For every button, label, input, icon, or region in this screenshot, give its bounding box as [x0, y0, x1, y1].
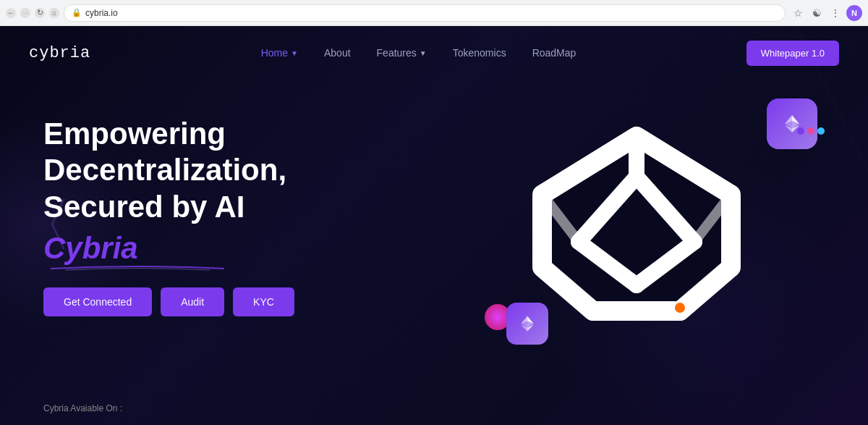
- extensions-button[interactable]: ☯: [809, 5, 825, 21]
- home-arrow-icon: ▼: [291, 49, 298, 57]
- nav-roadmap[interactable]: RoadMap: [532, 47, 576, 59]
- audit-button[interactable]: Audit: [161, 287, 224, 316]
- hero-underline: Cybria: [43, 231, 294, 266]
- url-text: cybria.io: [85, 8, 118, 18]
- hero-title: Empowering Decentralization, Secured by …: [43, 116, 294, 225]
- home-button[interactable]: ⌂: [49, 8, 59, 18]
- hero-section: Empowering Decentralization, Secured by …: [0, 80, 868, 316]
- whitepaper-button[interactable]: Whitepaper 1.0: [746, 41, 839, 66]
- profile-button[interactable]: N: [846, 5, 862, 21]
- browser-actions: ☆ ☯ ⋮ N: [790, 5, 862, 21]
- address-bar[interactable]: 🔒 cybria.io: [64, 4, 786, 22]
- website-content: 〈 cybria Home ▼ About Features ▼: [0, 26, 868, 425]
- bookmark-button[interactable]: ☆: [790, 5, 806, 21]
- site-logo[interactable]: cybria: [29, 44, 90, 62]
- forward-button[interactable]: →: [20, 8, 30, 18]
- available-on-label: Cybria Avaiable On :: [43, 403, 122, 413]
- browser-chrome: ← → ↻ ⌂ 🔒 cybria.io ☆ ☯ ⋮ N: [0, 0, 868, 26]
- nav-tokenomics[interactable]: Tokenomics: [453, 47, 506, 59]
- nav-links: Home ▼ About Features ▼ Tokenomics: [261, 46, 576, 59]
- nav-about[interactable]: About: [324, 47, 351, 59]
- lock-icon: 🔒: [72, 8, 82, 17]
- get-connected-button[interactable]: Get Connected: [43, 287, 152, 316]
- nav-home[interactable]: Home ▼: [261, 47, 298, 59]
- underline-decoration: [43, 263, 231, 272]
- back-button[interactable]: ←: [6, 8, 16, 18]
- hero-brand: Cybria: [43, 231, 294, 266]
- features-arrow-icon: ▼: [420, 49, 427, 57]
- navbar: cybria Home ▼ About Features ▼: [0, 26, 868, 80]
- kyc-button[interactable]: KYC: [233, 287, 294, 316]
- menu-button[interactable]: ⋮: [827, 5, 843, 21]
- reload-button[interactable]: ↻: [35, 8, 45, 18]
- action-buttons: Get Connected Audit KYC: [43, 287, 294, 316]
- nav-features[interactable]: Features ▼: [377, 47, 427, 59]
- hero-text-block: Empowering Decentralization, Secured by …: [43, 101, 294, 316]
